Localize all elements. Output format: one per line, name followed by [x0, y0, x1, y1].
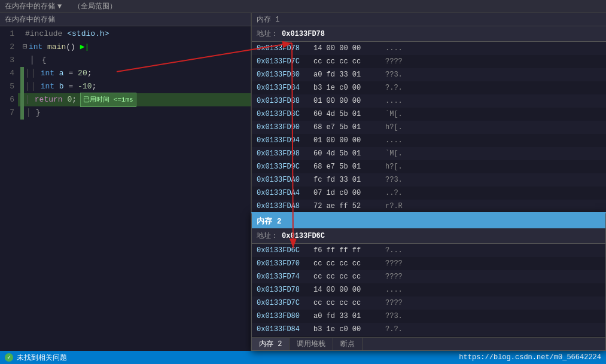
- mem1-row-chars: `M[.: [385, 147, 403, 160]
- mem2-row-chars: ....: [385, 283, 403, 296]
- mem2-row-addr: 0x0133FD78: [257, 283, 313, 296]
- mem2-row-addr: 0x0133FD84: [257, 323, 313, 336]
- code-lines-container: 1 2 3 4 5 6 7 #include <stdio.h> ⊟ int m…: [0, 26, 251, 351]
- mem1-row-chars: r?.R: [385, 200, 403, 213]
- memory1-addr-label: 地址：: [257, 29, 278, 39]
- code-line-7: │ }: [18, 106, 251, 120]
- mem2-row-chars: ????: [385, 296, 403, 310]
- mem1-row-addr: 0x0133FD88: [257, 94, 313, 108]
- mem2-row-chars: ??3.: [385, 310, 403, 323]
- status-text: 未找到相关问题: [17, 353, 67, 363]
- mem1-row-chars: h?[.: [385, 121, 403, 134]
- tab-memory2[interactable]: 内存 2: [252, 338, 290, 350]
- mem1-row-chars: h?[.: [385, 160, 403, 173]
- code-line-4: │ │ int a = 20;: [18, 67, 251, 80]
- memory1-row: 0x0133FDA4 07 1d c0 00 ..?.: [252, 186, 606, 200]
- memory1-address-bar[interactable]: 地址： 0x0133FD78: [252, 26, 606, 42]
- memory1-row: 0x0133FD8C 60 4d 5b 01 `M[.: [252, 108, 606, 121]
- storage-label: 在内存中的存储: [5, 1, 55, 11]
- mem1-row-bytes: cc cc cc cc: [313, 55, 385, 68]
- memory1-row: 0x0133FD90 68 e7 5b 01 h?[.: [252, 121, 606, 134]
- mem1-row-addr: 0x0133FD80: [257, 68, 313, 81]
- scope-label: （全局范围）: [74, 1, 117, 11]
- memory1-row: 0x0133FD88 01 00 00 00 ....: [252, 94, 606, 108]
- memory2-row: 0x0133FD7C cc cc cc cc ????: [252, 296, 605, 310]
- mem1-row-addr: 0x0133FD7C: [257, 55, 313, 68]
- mem1-row-bytes: 68 e7 5b 01: [313, 121, 385, 134]
- mem1-row-addr: 0x0133FD84: [257, 81, 313, 94]
- mem1-row-addr: 0x0133FDA4: [257, 186, 313, 200]
- code-line-1: #include <stdio.h>: [18, 27, 251, 41]
- memory1-row: 0x0133FDA0 fc fd 33 01 ??3.: [252, 173, 606, 186]
- memory1-header: 内存 1: [252, 13, 606, 26]
- mem1-row-bytes: 01 00 00 00: [313, 134, 385, 147]
- mem1-row-addr: 0x0133FD90: [257, 121, 313, 134]
- memory1-row: 0x0133FD7C cc cc cc cc ????: [252, 55, 606, 68]
- var-b: b: [59, 82, 64, 91]
- mem1-row-bytes: 07 1d c0 00: [313, 186, 385, 200]
- mem1-row-bytes: a0 fd 33 01: [313, 68, 385, 81]
- status-icon: ✓: [5, 353, 13, 362]
- memory2-row: 0x0133FD74 cc cc cc cc ????: [252, 270, 605, 283]
- memory-panel-2: 内存 2 地址： 0x0133FD6C 0x0133FD6C f6 ff ff …: [251, 212, 606, 351]
- line-num-5: 5: [0, 80, 14, 93]
- line-num-6: 6: [0, 93, 14, 106]
- mem2-row-bytes: cc cc cc cc: [313, 270, 385, 283]
- code-line-5: │ │ int b = -10;: [18, 80, 251, 93]
- line-num-1: 1: [0, 27, 14, 41]
- mem2-row-bytes: cc cc cc cc: [313, 257, 385, 270]
- mem2-row-bytes: f6 ff ff ff: [313, 244, 385, 257]
- top-bar: 在内存中的存储 ▼ （全局范围）: [0, 0, 606, 13]
- memory2-row: 0x0133FD78 14 00 00 00 ....: [252, 283, 605, 296]
- mem1-row-chars: `M[.: [385, 108, 403, 121]
- mem1-row-addr: 0x0133FDA8: [257, 200, 313, 213]
- mem2-row-bytes: cc cc cc cc: [313, 296, 385, 310]
- mem2-row-bytes: a0 fd 33 01: [313, 310, 385, 323]
- mem1-row-bytes: 14 00 00 00: [313, 42, 385, 55]
- memory2-address-bar[interactable]: 地址： 0x0133FD6C: [252, 228, 605, 244]
- memory1-row: 0x0133FD84 b3 1e c0 00 ?.?.: [252, 81, 606, 94]
- line-num-7: 7: [0, 106, 14, 120]
- mem2-row-chars: ?...: [385, 244, 403, 257]
- code-panel-header: 在内存中的存储: [0, 13, 251, 26]
- mem1-row-bytes: 72 ae ff 52: [313, 200, 385, 213]
- mem1-row-chars: ....: [385, 134, 403, 147]
- status-left: ✓ 未找到相关问题: [5, 353, 67, 363]
- memory1-row: 0x0133FD78 14 00 00 00 ....: [252, 42, 606, 55]
- line-numbers: 1 2 3 4 5 6 7: [0, 26, 18, 351]
- var-a: a: [59, 69, 64, 78]
- mem1-row-chars: ....: [385, 94, 403, 108]
- line-num-3: 3: [0, 54, 14, 67]
- mem1-row-addr: 0x0133FD8C: [257, 108, 313, 121]
- mem1-row-addr: 0x0133FD94: [257, 134, 313, 147]
- mem1-row-bytes: 60 4d 5b 01: [313, 108, 385, 121]
- mem1-row-bytes: fc fd 33 01: [313, 173, 385, 186]
- memory1-title: 内存 1: [257, 14, 279, 25]
- line2-content: int main() ▶|: [29, 41, 91, 54]
- code-content: #include <stdio.h> ⊟ int main() ▶| │ {: [18, 26, 251, 351]
- line-num-2: 2: [0, 41, 14, 54]
- mem1-row-chars: ?.?.: [385, 81, 403, 94]
- memory2-rows: 0x0133FD6C f6 ff ff ff ?... 0x0133FD70 c…: [252, 244, 605, 337]
- mem2-row-chars: ?.?.: [385, 323, 403, 336]
- memory1-row: 0x0133FD94 01 00 00 00 ....: [252, 134, 606, 147]
- mem1-row-chars: ??3.: [385, 68, 403, 81]
- mem2-row-chars: ????: [385, 270, 403, 283]
- dropdown-arrow[interactable]: ▼: [57, 2, 62, 11]
- tab-breakpoints[interactable]: 断点: [333, 338, 363, 350]
- mem1-row-chars: ....: [385, 42, 403, 55]
- mem2-row-addr: 0x0133FD80: [257, 310, 313, 323]
- mem1-row-chars: ..?.: [385, 186, 403, 200]
- mem1-row-bytes: 01 00 00 00: [313, 94, 385, 108]
- mem2-row-bytes: 14 00 00 00: [313, 283, 385, 296]
- line3-indent: │: [30, 56, 35, 65]
- mem2-row-addr: 0x0133FD6C: [257, 244, 313, 257]
- memory2-row: 0x0133FD70 cc cc cc cc ????: [252, 257, 605, 270]
- memory2-row: 0x0133FD80 a0 fd 33 01 ??3.: [252, 310, 605, 323]
- tab-call-stack[interactable]: 调用堆栈: [290, 338, 333, 350]
- mem1-row-addr: 0x0133FDA0: [257, 173, 313, 186]
- mem1-row-addr: 0x0133FD78: [257, 42, 313, 55]
- mem1-row-addr: 0x0133FD98: [257, 147, 313, 160]
- memory1-row: 0x0133FD9C 68 e7 5b 01 h?[.: [252, 160, 606, 173]
- status-bar: ✓ 未找到相关问题 https://blog.csdn.net/m0_56642…: [0, 351, 606, 364]
